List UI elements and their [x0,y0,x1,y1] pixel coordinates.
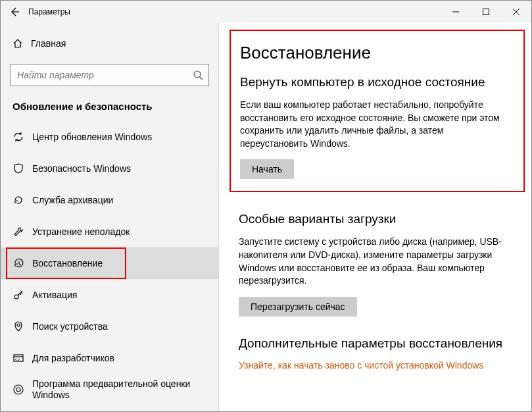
window-title: Параметры [28,7,70,16]
svg-rect-0 [483,9,489,15]
sidebar-item-label: Служба архивации [32,195,113,205]
backup-icon [12,194,32,206]
minimize-button[interactable] [441,1,471,23]
search-box[interactable] [10,64,209,86]
code-icon [12,352,32,364]
svg-point-3 [17,324,20,326]
sidebar-section-header: Обновление и безопасность [1,95,218,121]
more-recovery-section: Дополнительные параметры восстановления … [239,336,512,371]
sidebar-item-recovery[interactable]: Восстановление [1,247,218,279]
advanced-description: Запустите систему с устройства либо диск… [239,236,512,287]
main-content: Восстановление Вернуть компьютер в исход… [219,23,531,411]
maximize-icon [482,8,490,16]
search-icon [193,70,203,80]
insider-icon [12,384,32,396]
reset-description: Если ваш компьютер работает нестабильно,… [240,99,510,150]
sidebar-item-label: Программа предварительной оценки Windows [32,378,218,401]
history-icon [12,257,32,269]
key-icon [12,289,32,301]
titlebar: Параметры [1,1,531,23]
arrow-left-icon [9,7,20,17]
home-nav[interactable]: Главная [1,30,218,57]
sidebar-item-activation[interactable]: Активация [1,279,218,311]
reset-start-button[interactable]: Начать [240,159,294,179]
sidebar-item-label: Восстановление [32,258,103,269]
sidebar-item-label: Устранение неполадок [32,226,130,237]
svg-point-5 [14,385,23,394]
shield-icon [12,163,32,174]
sidebar-item-label: Безопасность Windows [32,163,131,174]
sidebar-item-label: Для разработчиков [32,353,114,363]
maximize-button[interactable] [471,1,501,23]
highlighted-section: Восстановление Вернуть компьютер в исход… [230,30,525,192]
wrench-icon [12,226,32,238]
fresh-start-link[interactable]: Узнайте, как начать заново с чистой уста… [239,360,483,371]
sidebar-item-backup[interactable]: Служба архивации [1,184,218,216]
sidebar-item-windows-update[interactable]: Центр обновления Windows [1,121,218,153]
sidebar-item-label: Поиск устройства [32,321,108,332]
sidebar-item-label: Центр обновления Windows [32,132,152,142]
more-title: Дополнительные параметры восстановления [239,336,512,351]
restart-now-button[interactable]: Перезагрузить сейчас [239,297,357,317]
close-icon [512,8,520,16]
search-input[interactable] [16,69,193,81]
sidebar-item-troubleshoot[interactable]: Устранение неполадок [1,216,218,247]
minimize-icon [452,8,460,16]
advanced-startup-section: Особые варианты загрузки Запустите систе… [239,212,512,316]
window-controls [441,1,531,23]
sidebar: Главная Обновление и безопасность Центр … [1,23,219,411]
location-icon [12,321,32,332]
refresh-icon [12,131,32,143]
page-title: Восстановление [240,43,510,63]
close-button[interactable] [501,1,531,23]
home-icon [12,38,31,49]
svg-point-6 [16,388,20,392]
svg-point-1 [194,71,201,78]
sidebar-item-find-device[interactable]: Поиск устройства [1,311,218,342]
sidebar-item-insider[interactable]: Программа предварительной оценки Windows [1,374,218,405]
advanced-title: Особые варианты загрузки [239,212,512,226]
sidebar-item-security[interactable]: Безопасность Windows [1,153,218,184]
home-label: Главная [31,38,66,49]
back-button[interactable] [1,1,28,23]
sidebar-item-label: Активация [32,290,77,300]
reset-title: Вернуть компьютер в исходное состояние [240,75,510,90]
sidebar-item-developers[interactable]: Для разработчиков [1,342,218,374]
